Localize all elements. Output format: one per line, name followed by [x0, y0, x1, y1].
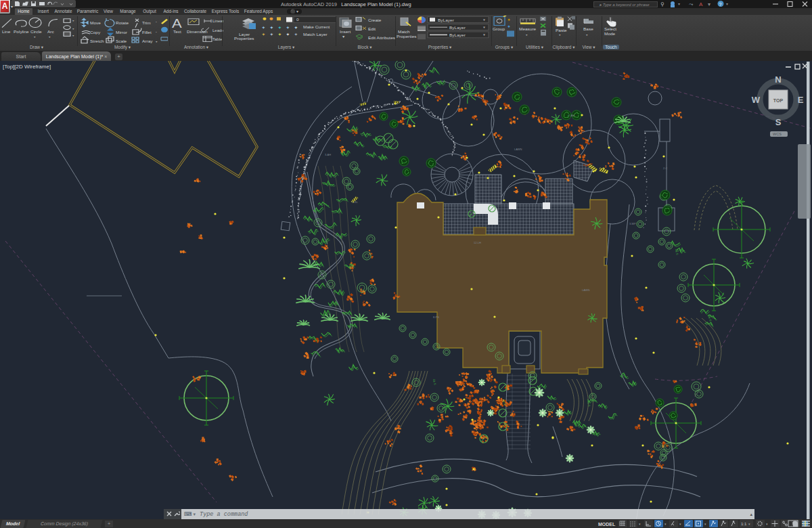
svg-text:Line: Line	[2, 30, 10, 34]
svg-text:Fillet: Fillet	[142, 31, 152, 35]
svg-text:Edit: Edit	[368, 27, 376, 30]
svg-text:Base: Base	[583, 28, 593, 31]
svg-text:MODEL: MODEL	[598, 522, 616, 527]
svg-text:WCS: WCS	[773, 132, 782, 136]
svg-text:Properties: Properties	[397, 35, 417, 38]
svg-text:•: •	[156, 21, 157, 24]
svg-text:A: A	[699, 1, 703, 7]
svg-text:ByLayer: ByLayer	[449, 34, 466, 37]
svg-text:2-AH: 2-AH	[568, 114, 574, 117]
svg-text:▾: ▾	[34, 35, 36, 38]
svg-text:5-GL: 5-GL	[352, 200, 359, 204]
svg-text:▾: ▾	[483, 26, 485, 29]
svg-text:⤳: ⤳	[689, 1, 694, 7]
svg-text:S: S	[775, 117, 782, 127]
svg-text:Copy: Copy	[90, 31, 100, 35]
svg-text:Move: Move	[90, 21, 101, 24]
svg-text:[Top][2D Wireframe]: [Top][2D Wireframe]	[3, 64, 51, 70]
svg-text:✦: ✦	[277, 32, 282, 37]
svg-text:Properties: Properties	[234, 37, 254, 41]
svg-text:8-PS: 8-PS	[433, 315, 439, 319]
svg-text:ByLayer: ByLayer	[449, 26, 466, 30]
svg-text:Trim: Trim	[142, 21, 151, 24]
svg-text:3-MP: 3-MP	[629, 222, 636, 225]
svg-text:✦: ✦	[269, 25, 274, 30]
svg-text:Measure: Measure	[519, 28, 536, 31]
svg-text:12-LH: 12-LH	[474, 241, 481, 244]
svg-text:N: N	[775, 74, 781, 85]
svg-text:▾: ▾	[726, 2, 728, 6]
svg-text:Make Current: Make Current	[303, 26, 330, 29]
svg-text:▾: ▾	[664, 522, 667, 526]
svg-text:TOP: TOP	[773, 98, 784, 103]
svg-text:Mirror: Mirror	[116, 31, 127, 35]
svg-text:✦: ✦	[277, 25, 282, 30]
svg-text:Table: Table	[212, 37, 222, 41]
svg-text:⚲: ⚲	[660, 1, 664, 7]
svg-text:E: E	[798, 95, 804, 105]
svg-text:▾: ▾	[559, 34, 561, 37]
svg-text:✦: ✦	[261, 32, 266, 37]
svg-text:Rotate: Rotate	[116, 21, 129, 24]
svg-text:3-AH: 3-AH	[325, 153, 331, 156]
svg-text:Group: Group	[493, 28, 505, 31]
svg-text:♦: ♦	[508, 23, 510, 28]
svg-text:LAWN: LAWN	[582, 288, 590, 292]
svg-text:Mode: Mode	[604, 32, 615, 35]
svg-text:✦: ✦	[294, 25, 298, 30]
svg-text:Array: Array	[142, 40, 153, 43]
svg-text:Circle: Circle	[30, 30, 42, 34]
svg-text:✦: ✦	[286, 25, 290, 30]
svg-text:Match: Match	[398, 30, 410, 34]
svg-text:Dimension: Dimension	[187, 30, 208, 34]
svg-text:ByLayer: ByLayer	[438, 18, 454, 22]
svg-text:Insert: Insert	[340, 30, 351, 34]
svg-text:Paste: Paste	[556, 29, 567, 32]
svg-text:▾: ▾	[49, 35, 51, 38]
svg-text:▾: ▾	[679, 522, 681, 526]
svg-text:▾: ▾	[526, 33, 528, 36]
svg-text:Select: Select	[604, 28, 616, 31]
svg-text:Create: Create	[368, 18, 381, 22]
svg-text:▾: ▾	[708, 1, 710, 7]
svg-text:LAWN: LAWN	[514, 148, 522, 151]
svg-text:✦: ✦	[269, 32, 274, 37]
svg-text:▾: ▾	[72, 35, 74, 37]
svg-text:Text: Text	[173, 30, 181, 34]
svg-text:Scale: Scale	[116, 40, 127, 43]
svg-text:W: W	[752, 95, 761, 105]
svg-text:▾: ▾	[678, 2, 680, 6]
svg-text:A: A	[172, 17, 182, 30]
svg-text:1:1: 1:1	[741, 522, 747, 526]
svg-text:▾: ▾	[704, 522, 706, 526]
svg-text:2-C: 2-C	[663, 167, 668, 170]
svg-text:✦: ✦	[294, 32, 298, 37]
svg-text:?: ?	[719, 2, 722, 7]
svg-text:Match Layer: Match Layer	[303, 32, 328, 36]
svg-text:▾: ▾	[483, 18, 485, 22]
svg-text:♦: ♦	[508, 17, 510, 22]
svg-text:Stretch: Stretch	[90, 40, 104, 43]
svg-text:▾: ▾	[766, 522, 768, 526]
svg-text:✦: ✦	[261, 25, 266, 30]
svg-text:▾: ▾	[483, 33, 485, 37]
svg-text:•: •	[156, 30, 157, 33]
svg-text:▾: ▾	[156, 40, 158, 43]
svg-text:▾: ▾	[72, 19, 74, 22]
svg-text:✦: ✦	[286, 32, 290, 37]
svg-text:Arc: Arc	[47, 30, 54, 34]
svg-text:▾: ▾	[72, 27, 74, 30]
svg-text:Polyline: Polyline	[14, 30, 29, 34]
svg-text:▾: ▾	[342, 35, 344, 38]
svg-text:▾: ▾	[639, 522, 641, 526]
svg-text:Layer: Layer	[239, 32, 250, 36]
svg-text:▾: ▾	[586, 33, 588, 36]
